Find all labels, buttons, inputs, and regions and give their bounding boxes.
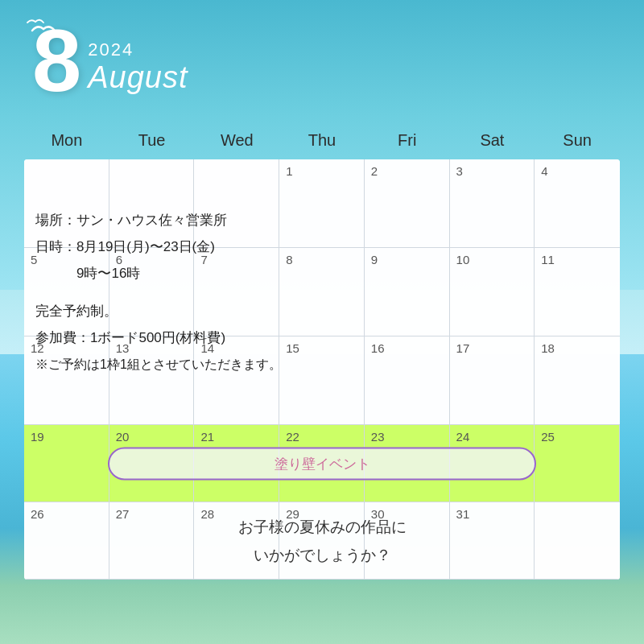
cell-day-4: 4 (535, 159, 620, 247)
cell-day-16: 16 (365, 336, 450, 424)
month-number: 8 (32, 16, 81, 105)
week-row-1: 1 2 3 4 (24, 159, 620, 248)
cell-day-7: 7 (194, 248, 279, 336)
cell-day-6: 6 (109, 248, 195, 336)
cell-day-5: 5 (24, 248, 109, 336)
cell-day-18: 18 (535, 336, 620, 424)
week-row-4: 19 20 21 22 23 24 25 (24, 425, 620, 502)
cell-day-14: 14 (194, 336, 279, 424)
day-header-mon: Mon (24, 125, 109, 156)
week-row-2: 5 6 7 8 9 10 11 (24, 248, 620, 336)
year-text: 2024 (88, 39, 188, 60)
day-header-fri: Fri (365, 125, 450, 156)
calendar-grid: 1 2 3 4 5 6 (24, 159, 620, 580)
cell-empty-end (535, 502, 620, 579)
calendar-container: Mon Tue Wed Thu Fri Sat Sun 1 2 (24, 125, 620, 620)
cell-day-9: 9 (365, 248, 450, 336)
cell-day-28: 28 (194, 502, 279, 579)
event-badge: 塗り壁イベント (108, 447, 537, 480)
cell-empty-2 (109, 159, 195, 247)
day-header-thu: Thu (279, 125, 365, 156)
background: 8 2024 August Mon Tue Wed Thu Fri Sat Su… (0, 0, 644, 644)
cell-day-8: 8 (279, 248, 365, 336)
cell-day-26: 26 (24, 502, 109, 579)
month-name: August (88, 60, 188, 95)
cell-day-15: 15 (279, 336, 365, 424)
day-header-tue: Tue (109, 125, 195, 156)
cell-empty-1 (24, 159, 109, 247)
day-header-wed: Wed (194, 125, 279, 156)
cell-day-12: 12 (24, 336, 109, 424)
cell-day-2: 2 (365, 159, 450, 247)
day-headers-row: Mon Tue Wed Thu Fri Sat Sun (24, 125, 620, 156)
cell-day-11: 11 (535, 248, 620, 336)
cell-day-27: 27 (109, 502, 195, 579)
cell-day-17: 17 (450, 336, 535, 424)
day-header-sun: Sun (535, 125, 620, 156)
calendar-header: 8 2024 August (32, 16, 188, 105)
week-row-3: 12 13 14 15 16 17 18 (24, 336, 620, 425)
cell-day-10: 10 (450, 248, 535, 336)
cell-day-13: 13 (109, 336, 195, 424)
day-header-sat: Sat (450, 125, 535, 156)
cell-day-19: 19 (24, 425, 109, 502)
cell-day-31: 31 (450, 502, 535, 579)
week-row-5: 26 27 28 29 30 31 (24, 502, 620, 580)
month-text-group: 2024 August (88, 39, 188, 105)
cell-day-1: 1 (279, 159, 365, 247)
cell-day-25: 25 (535, 425, 620, 502)
cell-empty-3 (194, 159, 279, 247)
cell-day-29: 29 (279, 502, 365, 579)
cell-day-3: 3 (450, 159, 535, 247)
cell-day-30: 30 (365, 502, 450, 579)
